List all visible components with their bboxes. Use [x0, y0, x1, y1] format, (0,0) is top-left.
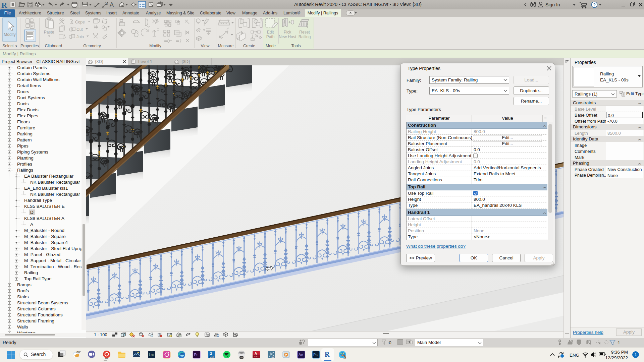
- svg-text:Paste: Paste: [44, 30, 54, 35]
- svg-text:Pick: Pick: [284, 30, 292, 35]
- svg-text:MAX: MAX: [210, 356, 214, 358]
- svg-text::1: :1: [616, 340, 620, 345]
- svg-text:80°: 80°: [76, 351, 81, 354]
- svg-text:ENG: ENG: [570, 353, 579, 358]
- svg-text:R: R: [1, 1, 7, 9]
- svg-text:12: 12: [271, 355, 274, 358]
- svg-text:Railing: Railing: [299, 35, 311, 39]
- svg-text:Join: Join: [76, 35, 84, 39]
- svg-text:Cut: Cut: [76, 27, 83, 32]
- svg-text:Lrc: Lrc: [149, 353, 154, 357]
- svg-text:Sign In: Sign In: [545, 2, 560, 7]
- svg-text:Ps: Ps: [313, 353, 318, 357]
- svg-text::0: :0: [388, 340, 391, 345]
- svg-text:Modify: Modify: [4, 32, 15, 37]
- svg-text:Edit: Edit: [267, 30, 274, 35]
- svg-text:Reset: Reset: [299, 30, 310, 35]
- svg-text:3: 3: [210, 352, 212, 356]
- svg-text:R: R: [325, 351, 330, 358]
- svg-text:Ae: Ae: [299, 353, 303, 357]
- svg-text:Path: Path: [266, 35, 275, 39]
- svg-text:Pro: Pro: [240, 357, 243, 359]
- svg-text:A: A: [255, 352, 257, 355]
- svg-text:Cope: Cope: [75, 20, 85, 24]
- svg-text:CAD: CAD: [254, 356, 259, 358]
- svg-text:Pr: Pr: [194, 353, 198, 357]
- svg-text:?: ?: [593, 2, 596, 7]
- svg-text:New Host: New Host: [279, 35, 297, 39]
